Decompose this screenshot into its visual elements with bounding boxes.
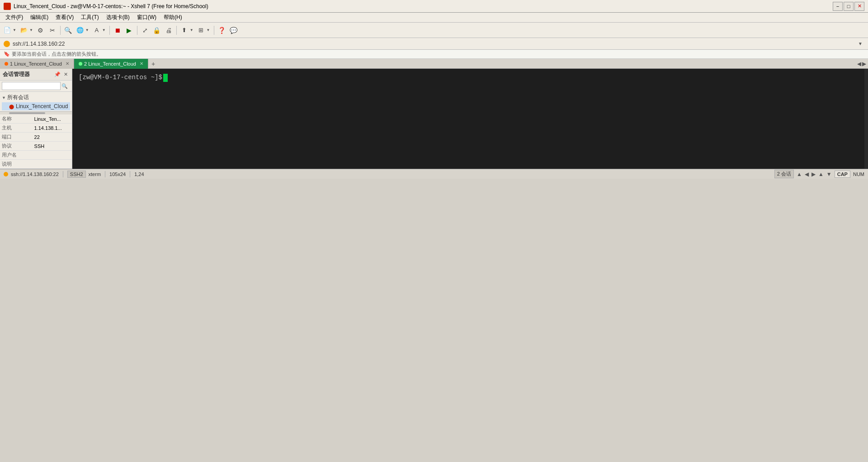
sessions-expand-button[interactable]: ▲ [797, 171, 802, 177]
toolbar-sep2 [109, 26, 110, 35]
sessions-badge: 2 会话 [774, 170, 794, 178]
open-button[interactable]: 📂 ▼ [19, 25, 34, 36]
ssh-status-icon [4, 41, 10, 47]
tab-nav-right-button[interactable]: ▶ [862, 61, 866, 67]
sidebar-scrollbar[interactable] [0, 112, 72, 114]
compose2-button[interactable]: 💬 [228, 25, 239, 36]
menu-tools[interactable]: 工具(T) [77, 13, 102, 22]
upload-icon: ⬆ [179, 25, 189, 35]
new-tab-button[interactable]: + [148, 59, 158, 69]
folder-icon: 📂 [19, 25, 29, 35]
status-ssh-badge: SSH2 [67, 171, 86, 178]
status-cursor-pos: 1,24 [134, 171, 144, 177]
minimize-button[interactable]: − [833, 2, 843, 11]
tab-1[interactable]: 1 Linux_Tencent_Cloud ✕ [0, 59, 74, 69]
new-session-button[interactable]: 📄 ▼ [2, 25, 18, 36]
session-item-linux[interactable]: ⬤ Linux_Tencent_Cloud [2, 102, 70, 110]
nav-right-button[interactable]: ▶ [811, 171, 816, 177]
menu-bar: 文件(F) 编辑(E) 查看(V) 工具(T) 选项卡(B) 窗口(W) 帮助(… [0, 13, 868, 23]
session-tree: ▼ 所有会话 ⬤ Linux_Tencent_Cloud [0, 92, 72, 111]
info-row-port: 端口 22 [0, 133, 72, 142]
sidebar-header-buttons: 📌 ✕ [54, 71, 69, 78]
status-sep3 [130, 171, 130, 177]
tab-1-close-button[interactable]: ✕ [66, 61, 69, 66]
all-sessions-header[interactable]: ▼ 所有会话 [2, 93, 70, 102]
title-bar: Linux_Tencent_Cloud - zw@VM-0-17-centos:… [0, 0, 868, 13]
toolbar: 📄 ▼ 📂 ▼ ⚙ ✂ 🔍 🌐 ▼ A ▼ ⏹ ▶ ⤢ 🔒 🖨 ⬆ ▼ ⊞ ▼ … [0, 23, 868, 38]
tab-1-label: 1 Linux_Tencent_Cloud [10, 61, 62, 67]
fullscreen-button[interactable]: ⤢ [140, 25, 151, 36]
search-button[interactable]: 🔍 [63, 25, 74, 36]
sidebar-title: 会话管理器 [3, 71, 30, 78]
sidebar-search-input[interactable] [2, 82, 61, 90]
info-val-note [33, 160, 72, 169]
search-icon: 🔍 [61, 83, 68, 89]
help-button[interactable]: ❓ [217, 25, 227, 36]
info-val-protocol: SSH [33, 142, 72, 151]
info-val-username [33, 151, 72, 160]
close-button[interactable]: ✕ [854, 2, 864, 11]
toolbar-sep3 [137, 26, 137, 35]
tab-nav-left-button[interactable]: ◀ [857, 61, 861, 67]
info-val-name: Linux_Ten... [33, 114, 72, 124]
disconnect-button[interactable]: ✂ [47, 25, 58, 36]
ssh-address: ssh://1.14.138.160:22 [13, 41, 65, 47]
menu-file[interactable]: 文件(F) [2, 13, 27, 22]
info-key-port: 端口 [0, 133, 33, 142]
compose-arrow-icon: ▼ [85, 28, 90, 32]
menu-help[interactable]: 帮助(H) [160, 13, 186, 22]
info-key-username: 用户名 [0, 151, 33, 160]
tab-2[interactable]: 2 Linux_Tencent_Cloud ✕ [74, 59, 148, 69]
nav-up-button[interactable]: ▲ [818, 171, 824, 177]
compose-button[interactable]: 🌐 ▼ [75, 25, 90, 36]
font-arrow-icon: ▼ [102, 28, 107, 32]
toolbar-sep5 [214, 26, 214, 35]
nav-left-button[interactable]: ◀ [805, 171, 809, 177]
menu-view[interactable]: 查看(V) [52, 13, 77, 22]
tab-2-status-dot [79, 62, 82, 66]
session-item-label: Linux_Tencent_Cloud [16, 103, 68, 110]
info-key-protocol: 协议 [0, 142, 33, 151]
menu-tab[interactable]: 选项卡(B) [103, 13, 133, 22]
status-address: ssh://1.14.138.160:22 [11, 171, 59, 177]
info-row-name: 名称 Linux_Ten... [0, 114, 72, 124]
lock-button[interactable]: 🔒 [151, 25, 162, 36]
sidebar-info: 名称 Linux_Ten... 主机 1.14.138.1... 端口 22 协… [0, 111, 72, 169]
sidebar-pin-button[interactable]: 📌 [54, 71, 61, 78]
layout-icon: ⊞ [196, 25, 206, 35]
resume-button[interactable]: ▶ [124, 25, 135, 36]
print-button[interactable]: 🖨 [163, 25, 174, 36]
sidebar-close-button[interactable]: ✕ [62, 71, 69, 78]
stop-button[interactable]: ⏹ [112, 25, 123, 36]
terminal[interactable]: [zw@VM-0-17-centos ~]$ [72, 69, 868, 169]
session-group: ▼ 所有会话 ⬤ Linux_Tencent_Cloud [0, 92, 72, 111]
nav-down-button[interactable]: ▼ [826, 171, 832, 177]
status-right-area: 2 会话 ▲ ◀ ▶ ▲ ▼ CAP NUM [774, 170, 864, 178]
transfer-arrow-icon: ▼ [190, 28, 194, 32]
tab-bar: 1 Linux_Tencent_Cloud ✕ 2 Linux_Tencent_… [0, 59, 868, 69]
menu-edit[interactable]: 编辑(E) [27, 13, 52, 22]
hint-icon: 🔖 [4, 51, 10, 57]
tab-2-label: 2 Linux_Tencent_Cloud [84, 61, 136, 67]
connect-button[interactable]: ⚙ [35, 25, 46, 36]
terminal-scrollbar[interactable] [864, 69, 868, 169]
tab-2-close-button[interactable]: ✕ [140, 61, 143, 66]
info-key-name: 名称 [0, 114, 33, 124]
menu-window[interactable]: 窗口(W) [133, 13, 160, 22]
font-icon: A [92, 25, 102, 35]
tab-1-status-dot [5, 62, 8, 66]
address-bar: ssh://1.14.138.160:22 ▼ [0, 38, 868, 50]
info-val-host: 1.14.138.1... [33, 124, 72, 133]
toolbar-sep4 [176, 26, 177, 35]
info-row-protocol: 协议 SSH [0, 142, 72, 151]
info-key-note: 说明 [0, 160, 33, 169]
app-icon [4, 3, 11, 10]
group-arrow-icon: ▼ [2, 95, 6, 100]
new-file-icon: 📄 [2, 25, 12, 35]
maximize-button[interactable]: □ [844, 2, 854, 11]
terminal-prompt-text: [zw@VM-0-17-centos ~]$ [79, 73, 162, 82]
address-dropdown-button[interactable]: ▼ [856, 40, 864, 47]
transfer-button[interactable]: ⬆ ▼ [179, 25, 195, 36]
font-button[interactable]: A ▼ [91, 25, 107, 36]
layout-button[interactable]: ⊞ ▼ [196, 25, 212, 36]
